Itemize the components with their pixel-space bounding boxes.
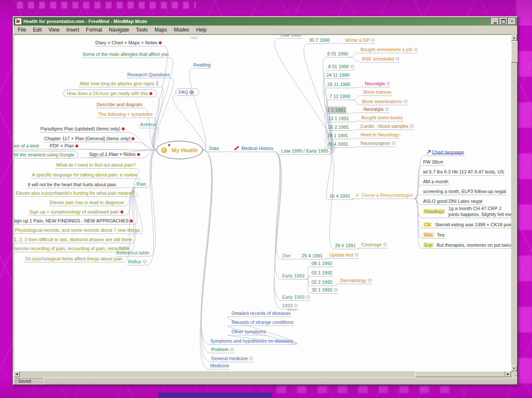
map-node-C10[interactable]: Went to Neurology: [360, 131, 400, 138]
map-node-B2[interactable]: Records of strange conditions: [231, 319, 295, 326]
map-node-L13a[interactable]: two of a kind: [14, 142, 40, 150]
map-node-R0a[interactable]: Data: [208, 145, 220, 152]
horizontal-scroll-thumb[interactable]: [415, 371, 505, 377]
map-node-L8[interactable]: Describe and diagram: [96, 101, 143, 108]
map-node-F8[interactable]: CKSteroid eating was 1998 + CK18 points …: [422, 221, 511, 228]
map-node-C9[interactable]: Cardio - blood samples: [360, 123, 415, 130]
map-node-F4[interactable]: AM a month: [422, 178, 449, 185]
map-node-L1[interactable]: Diary + Chart + Maps + Notes: [94, 39, 164, 46]
map-node-D13c[interactable]: Coverage: [360, 241, 388, 248]
menu-item-view[interactable]: View: [45, 26, 63, 34]
map-node-L2[interactable]: Some of the main allergies that affect y…: [82, 51, 169, 58]
map-node-C5[interactable]: Neuralgia: [364, 80, 391, 87]
map-node-L24[interactable]: Remote recording of pain, recounting of …: [14, 245, 130, 252]
map-node-D10[interactable]: 28 1 1991: [326, 132, 349, 139]
vertical-scroll-thumb[interactable]: [511, 41, 518, 63]
map-node-L12[interactable]: Chapter 117 + Plan [General] (items only…: [43, 135, 137, 142]
fold-handle[interactable]: [385, 107, 389, 111]
map-node-B3[interactable]: Other symptoms: [231, 328, 267, 335]
fold-handle[interactable]: [294, 304, 297, 307]
map-node-L22[interactable]: Physiological records, and some records …: [14, 227, 141, 234]
map-node-D7[interactable]: 1 1 1991: [326, 107, 346, 114]
map-node-L13b[interactable]: PDF + Plan: [49, 142, 80, 150]
map-node-C2a[interactable]: Bought somewhere a job: [360, 46, 418, 53]
map-node-B6[interactable]: General medicine: [210, 355, 254, 362]
fold-handle[interactable]: [396, 57, 399, 61]
fold-handle[interactable]: [410, 124, 414, 128]
map-node-E4[interactable]: 30 1 1992: [311, 286, 338, 294]
menu-item-insert[interactable]: Insert: [63, 26, 83, 34]
title-bar[interactable]: Health for presentation.mm - FreeMind - …: [14, 17, 517, 26]
map-node-L9[interactable]: The following + symptoms: [97, 111, 153, 118]
map-node-B1[interactable]: Detailed records of diseases: [231, 310, 292, 317]
horizontal-scrollbar[interactable]: ◀ ▶: [14, 371, 517, 377]
map-node-F3[interactable]: wt 5.7 lbs 6.3 Hb 112 AT 6.47 tests, US: [422, 168, 505, 176]
map-node-D8[interactable]: 13 1 1991: [327, 115, 350, 122]
fold-handle[interactable]: [143, 260, 146, 263]
fold-handle[interactable]: [334, 288, 338, 291]
map-node-D4[interactable]: 24 11 1990: [326, 72, 350, 79]
map-node-L19[interactable]: Eleven pain has to lead to diagnose: [49, 199, 125, 206]
fold-handle[interactable]: [383, 243, 387, 246]
map-node-B5[interactable]: Problem: [210, 346, 235, 353]
map-node-F2[interactable]: PW 38cm: [422, 159, 444, 166]
map-node-L16[interactable]: A specific language for talking about pa…: [31, 171, 138, 179]
map-node-D11[interactable]: 26 4 1991: [326, 141, 349, 148]
fold-handle[interactable]: [351, 65, 354, 68]
map-node-E93[interactable]: Early 1993: [281, 294, 311, 301]
fold-handle[interactable]: [230, 348, 234, 351]
map-node-D3[interactable]: 8 01 1990: [327, 63, 355, 70]
map-node-D9[interactable]: 26 2 1991: [327, 124, 350, 131]
map-node-L10[interactable]: Asthma: [139, 121, 157, 128]
menu-item-help[interactable]: Help: [193, 26, 210, 34]
menu-item-navigate[interactable]: Navigate: [106, 26, 132, 34]
map-node-Pain[interactable]: Pain: [136, 181, 147, 188]
menu-item-edit[interactable]: Edit: [29, 26, 45, 34]
menu-item-format[interactable]: Format: [83, 26, 106, 34]
close-button[interactable]: ×: [508, 18, 516, 25]
map-node-L14a[interactable]: till the smartest using Google: [14, 151, 78, 159]
scroll-up-button[interactable]: ▲: [511, 35, 517, 40]
map-node-L23[interactable]: 1, 2, 3 then difficult to ask, diamond p…: [14, 236, 133, 243]
fold-handle[interactable]: [355, 253, 358, 257]
map-node-D5[interactable]: 29 11 1990: [326, 81, 351, 88]
map-node-L4[interactable]: Research Questions: [126, 71, 171, 78]
map-node-D12[interactable]: 16 4 1991: [329, 193, 351, 200]
map-node-D1[interactable]: 30 7 1990: [308, 37, 331, 44]
maximize-button[interactable]: [500, 18, 507, 25]
map-node-C6a[interactable]: Bone marrow: [363, 89, 392, 96]
map-node-R0c[interactable]: Late 1990 / Early 1991: [280, 147, 329, 155]
fold-handle[interactable]: [404, 100, 407, 103]
menu-item-modes[interactable]: Modes: [171, 26, 193, 34]
scroll-down-button[interactable]: ▼: [511, 365, 517, 371]
root-node[interactable]: My Health: [156, 141, 203, 159]
map-node-C11[interactable]: Neurosurgeon: [360, 140, 396, 147]
map-node-L6[interactable]: FAQ: [175, 88, 199, 96]
map-node-F1[interactable]: Chart language: [424, 149, 465, 156]
map-node-C2b[interactable]: BSE scheduled: [361, 55, 400, 63]
fold-handle[interactable]: [306, 295, 310, 299]
map-node-DietB[interactable]: 25 4 1991: [301, 252, 323, 260]
map-node-DietC[interactable]: Update test: [329, 251, 359, 259]
map-node-L20[interactable]: Sign up + symptomology of swallowed pain: [29, 208, 126, 216]
map-node-E2[interactable]: 03 1 1992: [311, 269, 333, 277]
map-node-L26[interactable]: Reference table: [115, 249, 150, 257]
map-node-L15[interactable]: What do I need to find out about pain?: [55, 162, 137, 169]
map-node-E3[interactable]: 02 2 1992: [311, 279, 333, 286]
map-node-L11[interactable]: Paradigms Plan (updated) (items only): [40, 125, 127, 133]
map-node-C1[interactable]: Wrote a GP: [344, 37, 375, 44]
map-node-F10[interactable]: ExpBut therapies, moments on put twice a…: [422, 242, 511, 249]
scroll-right-button[interactable]: ▶: [505, 371, 511, 377]
map-node-L7[interactable]: How does a 24-hour get ready with this: [63, 89, 157, 97]
map-node-L25[interactable]: Do psychological items affect things abo…: [24, 255, 123, 262]
map-node-F9[interactable]: RecTea: [422, 231, 445, 239]
fold-handle[interactable]: [386, 82, 390, 85]
menu-item-file[interactable]: File: [14, 26, 29, 34]
minimize-button[interactable]: [491, 18, 499, 25]
map-node-L14b[interactable]: Sign of 1 Plan + Notes: [88, 151, 142, 158]
horizontal-scroll-track[interactable]: [20, 371, 505, 377]
map-node-B7[interactable]: Medicine: [209, 362, 230, 369]
fold-handle[interactable]: [368, 279, 372, 282]
map-node-L27[interactable]: Reflux: [127, 258, 147, 265]
menu-item-tools[interactable]: Tools: [132, 26, 151, 34]
